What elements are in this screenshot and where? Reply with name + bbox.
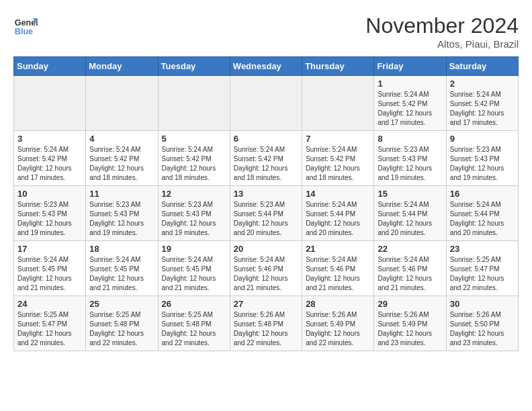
calendar-cell: 27Sunrise: 5:26 AM Sunset: 5:48 PM Dayli… <box>230 296 302 351</box>
day-number: 16 <box>450 189 515 199</box>
page-header: General Blue November 2024 Altos, Piaui,… <box>13 13 519 50</box>
header-tuesday: Tuesday <box>158 57 230 76</box>
day-info: Sunrise: 5:23 AM Sunset: 5:44 PM Dayligh… <box>234 200 298 238</box>
day-info: Sunrise: 5:24 AM Sunset: 5:42 PM Dayligh… <box>89 145 154 183</box>
calendar-cell <box>86 76 158 131</box>
day-number: 1 <box>378 79 442 89</box>
calendar-cell: 18Sunrise: 5:24 AM Sunset: 5:45 PM Dayli… <box>86 241 158 296</box>
calendar-cell: 10Sunrise: 5:23 AM Sunset: 5:43 PM Dayli… <box>14 186 86 241</box>
calendar-cell <box>158 76 230 131</box>
calendar-week-4: 17Sunrise: 5:24 AM Sunset: 5:45 PM Dayli… <box>14 241 519 296</box>
calendar-cell: 17Sunrise: 5:24 AM Sunset: 5:45 PM Dayli… <box>14 241 86 296</box>
calendar-cell: 28Sunrise: 5:26 AM Sunset: 5:49 PM Dayli… <box>302 296 374 351</box>
day-number: 25 <box>89 299 154 309</box>
day-info: Sunrise: 5:23 AM Sunset: 5:43 PM Dayligh… <box>450 145 515 183</box>
calendar-week-3: 10Sunrise: 5:23 AM Sunset: 5:43 PM Dayli… <box>14 186 519 241</box>
day-number: 13 <box>234 189 298 199</box>
day-number: 21 <box>306 244 370 254</box>
day-info: Sunrise: 5:26 AM Sunset: 5:49 PM Dayligh… <box>306 310 370 348</box>
day-info: Sunrise: 5:25 AM Sunset: 5:48 PM Dayligh… <box>89 310 154 348</box>
calendar-cell <box>14 76 86 131</box>
location-subtitle: Altos, Piaui, Brazil <box>365 38 519 50</box>
calendar-cell: 20Sunrise: 5:24 AM Sunset: 5:46 PM Dayli… <box>230 241 302 296</box>
calendar-cell: 5Sunrise: 5:24 AM Sunset: 5:42 PM Daylig… <box>158 131 230 186</box>
logo-icon: General Blue <box>13 13 38 38</box>
day-info: Sunrise: 5:24 AM Sunset: 5:42 PM Dayligh… <box>234 145 298 183</box>
day-info: Sunrise: 5:24 AM Sunset: 5:42 PM Dayligh… <box>17 145 82 183</box>
day-number: 30 <box>450 299 515 309</box>
day-number: 20 <box>234 244 298 254</box>
calendar-header-row: SundayMondayTuesdayWednesdayThursdayFrid… <box>14 57 519 76</box>
calendar-cell: 2Sunrise: 5:24 AM Sunset: 5:42 PM Daylig… <box>446 76 518 131</box>
calendar-cell: 12Sunrise: 5:23 AM Sunset: 5:43 PM Dayli… <box>158 186 230 241</box>
day-info: Sunrise: 5:24 AM Sunset: 5:44 PM Dayligh… <box>378 200 442 238</box>
calendar-table: SundayMondayTuesdayWednesdayThursdayFrid… <box>13 56 519 351</box>
calendar-cell: 30Sunrise: 5:26 AM Sunset: 5:50 PM Dayli… <box>446 296 518 351</box>
day-info: Sunrise: 5:24 AM Sunset: 5:42 PM Dayligh… <box>378 90 442 128</box>
day-info: Sunrise: 5:23 AM Sunset: 5:43 PM Dayligh… <box>162 200 226 238</box>
day-number: 19 <box>162 244 226 254</box>
calendar-cell: 23Sunrise: 5:25 AM Sunset: 5:47 PM Dayli… <box>446 241 518 296</box>
day-number: 23 <box>450 244 515 254</box>
day-info: Sunrise: 5:24 AM Sunset: 5:44 PM Dayligh… <box>306 200 370 238</box>
header-friday: Friday <box>374 57 446 76</box>
calendar-cell <box>302 76 374 131</box>
day-info: Sunrise: 5:26 AM Sunset: 5:48 PM Dayligh… <box>234 310 298 348</box>
calendar-cell: 13Sunrise: 5:23 AM Sunset: 5:44 PM Dayli… <box>230 186 302 241</box>
header-thursday: Thursday <box>302 57 374 76</box>
day-info: Sunrise: 5:26 AM Sunset: 5:50 PM Dayligh… <box>450 310 515 348</box>
calendar-cell: 7Sunrise: 5:24 AM Sunset: 5:42 PM Daylig… <box>302 131 374 186</box>
day-number: 7 <box>306 134 370 144</box>
day-info: Sunrise: 5:24 AM Sunset: 5:42 PM Dayligh… <box>306 145 370 183</box>
svg-text:Blue: Blue <box>15 27 33 36</box>
day-number: 17 <box>17 244 82 254</box>
day-info: Sunrise: 5:23 AM Sunset: 5:43 PM Dayligh… <box>89 200 154 238</box>
calendar-cell: 6Sunrise: 5:24 AM Sunset: 5:42 PM Daylig… <box>230 131 302 186</box>
calendar-cell: 3Sunrise: 5:24 AM Sunset: 5:42 PM Daylig… <box>14 131 86 186</box>
day-info: Sunrise: 5:24 AM Sunset: 5:42 PM Dayligh… <box>450 90 515 128</box>
day-number: 29 <box>378 299 442 309</box>
day-number: 8 <box>378 134 442 144</box>
day-info: Sunrise: 5:23 AM Sunset: 5:43 PM Dayligh… <box>378 145 442 183</box>
calendar-cell <box>230 76 302 131</box>
header-sunday: Sunday <box>14 57 86 76</box>
calendar-cell: 1Sunrise: 5:24 AM Sunset: 5:42 PM Daylig… <box>374 76 446 131</box>
day-number: 15 <box>378 189 442 199</box>
calendar-week-5: 24Sunrise: 5:25 AM Sunset: 5:47 PM Dayli… <box>14 296 519 351</box>
calendar-cell: 15Sunrise: 5:24 AM Sunset: 5:44 PM Dayli… <box>374 186 446 241</box>
calendar-cell: 9Sunrise: 5:23 AM Sunset: 5:43 PM Daylig… <box>446 131 518 186</box>
day-number: 22 <box>378 244 442 254</box>
day-info: Sunrise: 5:24 AM Sunset: 5:44 PM Dayligh… <box>450 200 515 238</box>
day-info: Sunrise: 5:24 AM Sunset: 5:46 PM Dayligh… <box>378 255 442 293</box>
day-number: 27 <box>234 299 298 309</box>
calendar-cell: 19Sunrise: 5:24 AM Sunset: 5:45 PM Dayli… <box>158 241 230 296</box>
day-number: 9 <box>450 134 515 144</box>
day-number: 6 <box>234 134 298 144</box>
calendar-week-1: 1Sunrise: 5:24 AM Sunset: 5:42 PM Daylig… <box>14 76 519 131</box>
day-number: 26 <box>162 299 226 309</box>
day-info: Sunrise: 5:25 AM Sunset: 5:47 PM Dayligh… <box>17 310 82 348</box>
calendar-cell: 21Sunrise: 5:24 AM Sunset: 5:46 PM Dayli… <box>302 241 374 296</box>
logo: General Blue <box>13 13 38 38</box>
day-info: Sunrise: 5:24 AM Sunset: 5:46 PM Dayligh… <box>234 255 298 293</box>
day-info: Sunrise: 5:25 AM Sunset: 5:47 PM Dayligh… <box>450 255 515 293</box>
calendar-cell: 24Sunrise: 5:25 AM Sunset: 5:47 PM Dayli… <box>14 296 86 351</box>
day-number: 3 <box>17 134 82 144</box>
header-wednesday: Wednesday <box>230 57 302 76</box>
calendar-cell: 14Sunrise: 5:24 AM Sunset: 5:44 PM Dayli… <box>302 186 374 241</box>
calendar-cell: 11Sunrise: 5:23 AM Sunset: 5:43 PM Dayli… <box>86 186 158 241</box>
header-saturday: Saturday <box>446 57 518 76</box>
day-number: 14 <box>306 189 370 199</box>
calendar-cell: 16Sunrise: 5:24 AM Sunset: 5:44 PM Dayli… <box>446 186 518 241</box>
header-monday: Monday <box>86 57 158 76</box>
day-info: Sunrise: 5:24 AM Sunset: 5:45 PM Dayligh… <box>162 255 226 293</box>
day-number: 10 <box>17 189 82 199</box>
day-number: 5 <box>162 134 226 144</box>
day-number: 11 <box>89 189 154 199</box>
day-number: 18 <box>89 244 154 254</box>
month-title: November 2024 <box>365 13 519 38</box>
day-info: Sunrise: 5:24 AM Sunset: 5:46 PM Dayligh… <box>306 255 370 293</box>
day-number: 24 <box>17 299 82 309</box>
day-number: 2 <box>450 79 515 89</box>
day-number: 4 <box>89 134 154 144</box>
